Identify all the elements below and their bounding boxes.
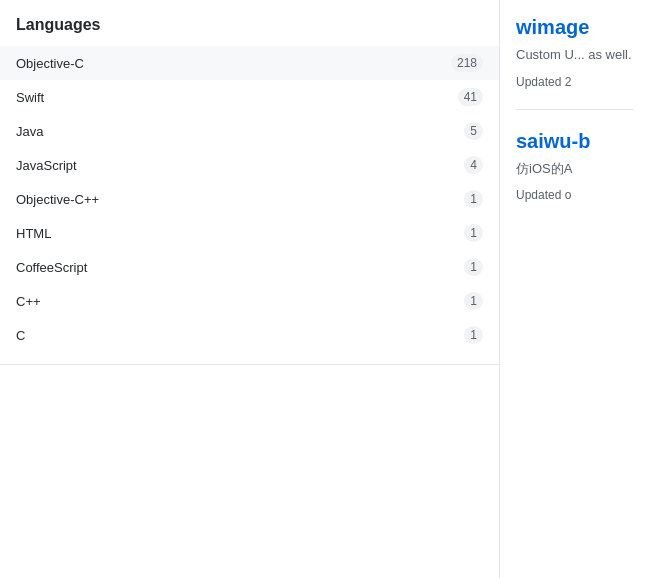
language-list: Objective-C218Swift41Java5JavaScript4Obj…: [0, 46, 499, 352]
language-item[interactable]: C1: [0, 318, 499, 352]
language-item[interactable]: Swift41: [0, 80, 499, 114]
language-count: 1: [464, 190, 483, 208]
language-item[interactable]: Objective-C++1: [0, 182, 499, 216]
repo-description: 仿iOS的A: [516, 159, 634, 179]
language-name: C: [16, 328, 25, 343]
repo-updated: Updated 2: [516, 75, 571, 89]
language-name: JavaScript: [16, 158, 77, 173]
language-count: 5: [464, 122, 483, 140]
languages-title: Languages: [0, 16, 499, 34]
repo-card: wimageCustom U... as well.Updated 2: [516, 16, 634, 110]
language-count: 218: [451, 54, 483, 72]
languages-panel: Languages Objective-C218Swift41Java5Java…: [0, 0, 500, 578]
divider: [0, 364, 499, 365]
language-count: 1: [464, 292, 483, 310]
language-item[interactable]: Java5: [0, 114, 499, 148]
repos-panel: wimageCustom U... as well.Updated 2saiwu…: [500, 0, 650, 578]
language-item[interactable]: JavaScript4: [0, 148, 499, 182]
language-name: CoffeeScript: [16, 260, 87, 275]
language-item[interactable]: CoffeeScript1: [0, 250, 499, 284]
language-count: 41: [458, 88, 483, 106]
language-name: HTML: [16, 226, 51, 241]
language-name: Java: [16, 124, 43, 139]
language-item[interactable]: Objective-C218: [0, 46, 499, 80]
language-item[interactable]: HTML1: [0, 216, 499, 250]
repo-card: saiwu-b仿iOS的AUpdated o: [516, 130, 634, 223]
language-count: 1: [464, 258, 483, 276]
language-count: 1: [464, 224, 483, 242]
language-name: Swift: [16, 90, 44, 105]
language-item[interactable]: C++1: [0, 284, 499, 318]
language-count: 1: [464, 326, 483, 344]
language-name: Objective-C++: [16, 192, 99, 207]
repo-description: Custom U... as well.: [516, 45, 634, 65]
repo-updated: Updated o: [516, 188, 571, 202]
language-name: Objective-C: [16, 56, 84, 71]
language-count: 4: [464, 156, 483, 174]
repo-name[interactable]: saiwu-b: [516, 130, 634, 153]
language-name: C++: [16, 294, 41, 309]
repo-name[interactable]: wimage: [516, 16, 634, 39]
